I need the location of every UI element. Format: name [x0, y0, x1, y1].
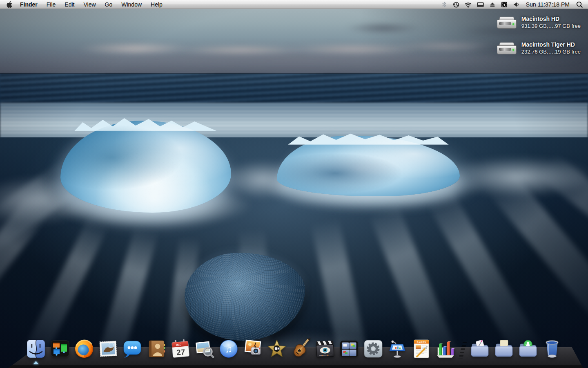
- system-preferences-icon: [363, 339, 383, 359]
- imovie-icon: [267, 339, 287, 359]
- dock-item-finder[interactable]: [26, 339, 46, 359]
- dock-item-garageband[interactable]: [291, 339, 311, 359]
- mail-icon: [98, 339, 118, 359]
- spotlight-search-icon: [576, 1, 583, 8]
- trash-icon: [542, 339, 562, 359]
- drive-label: Macintosh Tiger HD 232.76 GB,….19 GB fre…: [521, 41, 581, 55]
- apple-menu[interactable]: [7, 0, 12, 9]
- dock-item-calendar[interactable]: DEC 27: [170, 339, 191, 359]
- time-machine-menu-extra[interactable]: [452, 0, 460, 9]
- dock-item-system-preferences[interactable]: [363, 339, 383, 359]
- wifi-menu-extra[interactable]: [464, 0, 472, 9]
- dock-item-contacts[interactable]: [146, 339, 167, 359]
- volume-menu-extra[interactable]: [512, 0, 520, 9]
- dock-item-firefox[interactable]: [74, 339, 94, 359]
- dock-item-final-cut[interactable]: [315, 339, 335, 359]
- menu-finder[interactable]: Finder: [16, 0, 42, 9]
- eject-icon: [489, 1, 496, 8]
- dock-item-window-manager[interactable]: [50, 339, 70, 359]
- dock-item-applications-folder[interactable]: [470, 339, 490, 359]
- running-indicator: [33, 361, 39, 364]
- drive-info: 232.76 GB,….19 GB free: [521, 49, 581, 55]
- svg-text:PAGES: PAGES: [416, 341, 426, 343]
- desktop-icon-macintosh-hd[interactable]: Macintosh HD 931.39 GB,….97 GB free: [497, 15, 581, 30]
- dock-items: DEC 27 ♫: [0, 339, 588, 359]
- dock-item-numbers[interactable]: [435, 339, 456, 359]
- finder-icon: [26, 339, 46, 359]
- hard-drive-icon[interactable]: [497, 15, 517, 30]
- drive-led: [512, 23, 514, 25]
- menu-bar: Finder File Edit View Go Window Help 1: [0, 0, 588, 9]
- drive-slot: [499, 22, 511, 25]
- dock-item-mail[interactable]: [98, 339, 118, 359]
- menu-help[interactable]: Help: [146, 0, 167, 9]
- svg-text:27: 27: [176, 348, 185, 357]
- applications-folder-icon: [470, 339, 490, 359]
- iphoto-icon: [243, 339, 263, 359]
- contacts-icon: [146, 339, 167, 359]
- dock-item-itunes[interactable]: ♫: [218, 339, 239, 359]
- volume-icon: [512, 1, 520, 8]
- calendar-icon: DEC 27: [170, 339, 191, 359]
- spotlight-menu-extra[interactable]: [576, 0, 583, 9]
- apple-icon: [7, 1, 12, 8]
- downloads-folder-icon: [518, 339, 538, 359]
- menu-go[interactable]: Go: [100, 0, 117, 9]
- itunes-icon: ♫: [218, 339, 239, 359]
- dock-item-downloads-folder[interactable]: [518, 339, 538, 359]
- wifi-icon: [464, 1, 472, 8]
- documents-folder-icon: [494, 339, 514, 359]
- cloud: [347, 23, 421, 34]
- drive-slot: [499, 48, 511, 51]
- dock-item-imovie[interactable]: [267, 339, 287, 359]
- hard-drive-icon[interactable]: [497, 40, 517, 56]
- desktop: Finder File Edit View Go Window Help 1: [0, 0, 588, 368]
- spaces-icon: [339, 339, 359, 359]
- dock-item-iphoto[interactable]: [243, 339, 263, 359]
- display-icon: [477, 1, 484, 8]
- dock-item-trash[interactable]: [542, 339, 562, 359]
- desktop-icon-macintosh-tiger-hd[interactable]: Macintosh Tiger HD 232.76 GB,….19 GB fre…: [497, 40, 581, 56]
- svg-text:DEC: DEC: [176, 343, 182, 346]
- dock-item-documents-folder[interactable]: [494, 339, 514, 359]
- final-cut-icon: [315, 339, 335, 359]
- drive-name[interactable]: Macintosh HD: [521, 16, 581, 22]
- svg-text:♫: ♫: [225, 344, 232, 355]
- drive-led: [512, 49, 514, 51]
- spaces-menu-extra[interactable]: 1: [501, 0, 508, 9]
- time-machine-icon: [452, 1, 460, 8]
- pages-icon: PAGES: [411, 339, 432, 359]
- display-menu-extra[interactable]: [477, 0, 484, 9]
- dock: DEC 27 ♫: [0, 331, 588, 368]
- dock-item-messages[interactable]: [122, 339, 143, 359]
- dock-item-keynote[interactable]: [387, 339, 408, 359]
- window-manager-icon: [50, 339, 70, 359]
- ocean: [0, 74, 588, 105]
- bluetooth-icon: [441, 1, 448, 8]
- keynote-icon: [387, 339, 408, 359]
- drive-label: Macintosh HD 931.39 GB,….97 GB free: [521, 16, 581, 29]
- eject-menu-extra[interactable]: [489, 0, 496, 9]
- menu-edit[interactable]: Edit: [60, 0, 79, 9]
- menu-bar-clock[interactable]: Sun 11:37:18 PM: [524, 1, 571, 8]
- firefox-icon: [74, 339, 94, 359]
- svg-text:1: 1: [503, 2, 505, 7]
- dock-item-pages[interactable]: PAGES: [411, 339, 432, 359]
- menu-view[interactable]: View: [79, 0, 100, 9]
- drive-name[interactable]: Macintosh Tiger HD: [521, 41, 581, 48]
- preview-icon: [194, 339, 215, 359]
- dock-divider: [459, 342, 467, 359]
- spaces-indicator: 1: [501, 1, 508, 8]
- desktop-icons: Macintosh HD 931.39 GB,….97 GB free Maci…: [497, 15, 581, 56]
- menu-window[interactable]: Window: [117, 0, 146, 9]
- drive-info: 931.39 GB,….97 GB free: [521, 23, 581, 29]
- dock-item-preview[interactable]: [194, 339, 215, 359]
- messages-icon: [122, 339, 143, 359]
- garageband-icon: [291, 339, 311, 359]
- menu-file[interactable]: File: [42, 0, 60, 9]
- numbers-icon: [435, 339, 456, 359]
- surf-foam: [441, 156, 588, 197]
- dock-item-spaces[interactable]: [339, 339, 359, 359]
- cloud-band: [8, 51, 580, 67]
- bluetooth-menu-extra[interactable]: [441, 0, 448, 9]
